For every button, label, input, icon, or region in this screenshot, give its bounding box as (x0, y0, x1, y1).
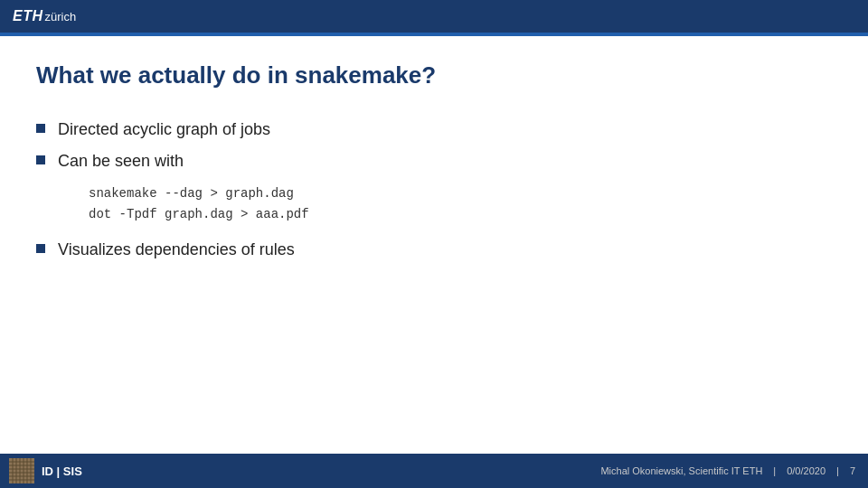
footer-separator-2: | (836, 465, 839, 476)
bullet-list-2: Visualizes dependencies of rules (36, 239, 832, 261)
footer-separator-1: | (773, 465, 776, 476)
code-block: snakemake --dag > graph.dag dot -Tpdf gr… (89, 183, 832, 224)
bullet-text-3: Visualizes dependencies of rules (58, 239, 295, 261)
footer-id-sis: ID | SIS (42, 465, 82, 478)
eth-logo-zurich: zürich (45, 10, 77, 23)
footer-right: Michal Okoniewski, Scientific IT ETH | 0… (600, 465, 855, 476)
bullet-text-2: Can be seen with (58, 150, 184, 173)
footer-page: 7 (850, 465, 855, 476)
bullet-text-1: Directed acyclic graph of jobs (58, 118, 270, 141)
footer: ID | SIS Michal Okoniewski, Scientific I… (0, 454, 868, 488)
eth-logo-area: ETH zürich (13, 8, 76, 24)
footer-author: Michal Okoniewski, Scientific IT ETH (600, 465, 762, 476)
main-content: What we actually do in snakemake? Direct… (0, 36, 868, 290)
footer-left: ID | SIS (9, 458, 82, 483)
bullet-item-2: Can be seen with (36, 150, 832, 173)
code-line-2: dot -Tpdf graph.dag > aaa.pdf (89, 204, 832, 224)
eth-logo-text: ETH (13, 8, 43, 24)
bullet-item-1: Directed acyclic graph of jobs (36, 118, 832, 141)
bullet-item-3: Visualizes dependencies of rules (36, 239, 832, 261)
footer-date: 0/0/2020 (787, 465, 826, 476)
bullet-square-1 (36, 124, 45, 133)
slide-title: What we actually do in snakemake? (36, 61, 832, 89)
bullet-square-3 (36, 244, 45, 253)
header-bar: ETH zürich (0, 0, 868, 33)
footer-logo (9, 458, 34, 483)
bullet-square-2 (36, 155, 45, 164)
code-line-1: snakemake --dag > graph.dag (89, 183, 832, 203)
bullet-list: Directed acyclic graph of jobs Can be se… (36, 118, 832, 173)
